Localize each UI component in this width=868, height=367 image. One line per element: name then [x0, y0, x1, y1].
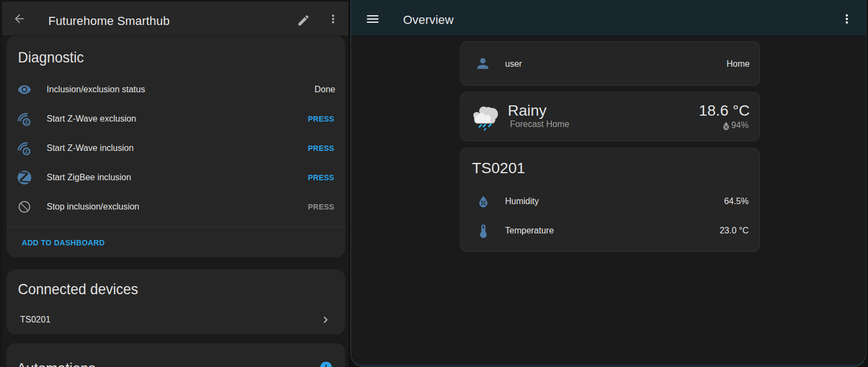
- svg-text:Z: Z: [25, 119, 28, 125]
- svg-text:Z: Z: [25, 148, 28, 154]
